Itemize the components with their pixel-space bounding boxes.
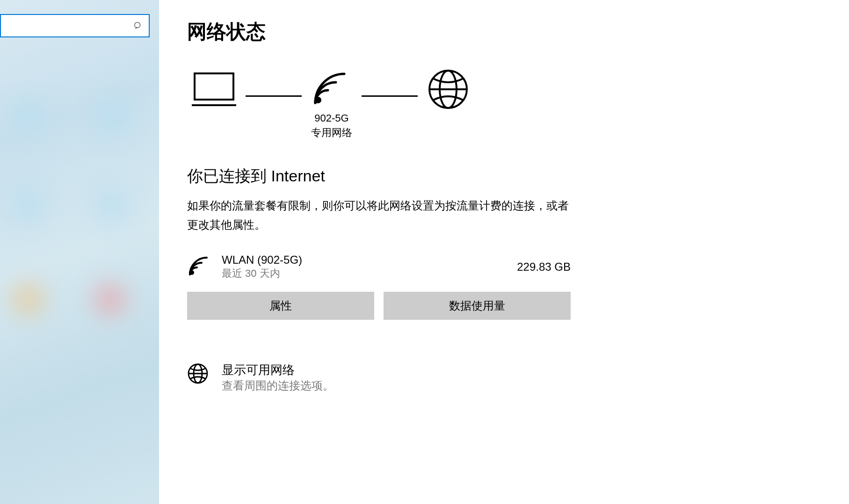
show-networks-subtitle: 查看周围的连接选项。 <box>222 378 334 393</box>
network-period: 最近 30 天内 <box>222 266 517 281</box>
data-usage-button[interactable]: 数据使用量 <box>384 292 571 320</box>
wifi-small-icon <box>187 255 210 279</box>
search-icon <box>133 21 143 31</box>
svg-point-0 <box>135 22 140 28</box>
network-name: WLAN (902-5G) <box>222 253 517 266</box>
svg-point-4 <box>315 97 321 103</box>
globe-label <box>447 114 450 142</box>
sidebar <box>0 0 159 504</box>
computer-label <box>212 112 215 140</box>
show-networks-title: 显示可用网络 <box>222 362 334 378</box>
svg-point-8 <box>189 270 194 275</box>
description-text: 如果你的流量套餐有限制，则你可以将此网络设置为按流量计费的连接，或者更改其他属性… <box>187 196 571 235</box>
computer-icon <box>192 71 236 140</box>
page-title: 网络状态 <box>187 19 821 45</box>
network-diagram: 902-5G 专用网络 <box>192 68 821 142</box>
diagram-wifi-name: 902-5G <box>311 111 352 126</box>
data-usage-value: 229.83 GB <box>517 260 571 274</box>
network-row: WLAN (902-5G) 最近 30 天内 229.83 GB <box>187 253 571 281</box>
globe-small-icon <box>187 363 209 386</box>
globe-icon <box>427 68 469 142</box>
button-row: 属性 数据使用量 <box>187 292 571 320</box>
connected-heading: 你已连接到 Internet <box>187 166 821 187</box>
wifi-icon: 902-5G 专用网络 <box>311 70 352 140</box>
connector-line <box>362 95 418 97</box>
diagram-wifi-type: 专用网络 <box>311 126 352 140</box>
search-input[interactable] <box>7 21 133 31</box>
search-box[interactable] <box>0 14 150 37</box>
show-available-networks-link[interactable]: 显示可用网络 查看周围的连接选项。 <box>187 362 821 393</box>
main-content: 网络状态 902-5G 专用网络 <box>159 0 849 504</box>
svg-rect-2 <box>195 73 233 100</box>
connector-line <box>246 95 302 97</box>
properties-button[interactable]: 属性 <box>187 292 374 320</box>
